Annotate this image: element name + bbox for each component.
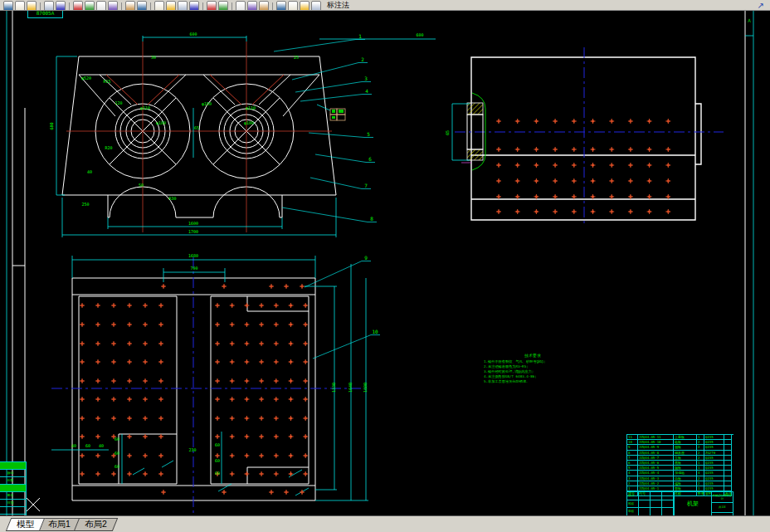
front-dimensions [56, 36, 436, 237]
revision-cell: 标记 [0, 470, 26, 477]
zoom-window-icon[interactable] [178, 1, 188, 11]
dimension-text: 40 [99, 443, 104, 448]
revision-cell [0, 507, 26, 515]
dimension-text: 65 [194, 125, 199, 130]
dimension-text: 250 [81, 202, 89, 207]
zoom-previous-icon[interactable] [189, 1, 199, 11]
side-view: 65 [445, 47, 724, 226]
dimension-text: 60 [115, 451, 119, 456]
dimension-text: 3 [364, 76, 368, 81]
dimension-text: 120 [115, 100, 122, 105]
dimension-text: 2 [361, 56, 364, 62]
toolbar-separator [150, 2, 151, 11]
design-center-icon[interactable] [236, 1, 246, 11]
revision-cell [0, 485, 26, 492]
detail-symbol [330, 109, 345, 120]
copy-icon[interactable] [85, 1, 95, 11]
technical-requirements: 技术要求 1.铸件不得有裂纹、气孔、砂眼等缺陷;2.未注明铸造圆角为R3~R5;… [484, 353, 582, 384]
dimension-text: φ150 [202, 101, 212, 107]
dimension-text: φ180 [244, 120, 254, 126]
dimension-text: 30 [151, 55, 156, 60]
parts-list-table: 11JZQ44.05-11上盖板1Q23510JZQ44.05-10筋板2Q23… [626, 434, 733, 496]
dimension-text: 680 [49, 122, 54, 129]
dimension-text: 40 [87, 169, 92, 174]
revision-cell: 处数 [0, 477, 26, 485]
toolbar-separator [40, 2, 41, 11]
dimension-text: 1680 [363, 383, 368, 393]
cut-icon[interactable] [73, 1, 83, 11]
balloon-callouts: 910 [305, 255, 380, 359]
open-file-icon[interactable] [15, 1, 25, 11]
sheet-info: 共1张 [712, 503, 733, 514]
organization: 机械设计课程设计 [712, 492, 733, 503]
dimension-text: 60 [115, 464, 119, 469]
dimension-text: 600 [189, 32, 197, 37]
revision-cell: 日期 [0, 500, 26, 507]
dimension-text: 1600 [188, 221, 198, 226]
distance-icon[interactable] [207, 1, 217, 11]
balloon-callouts: 12345678 [274, 33, 377, 222]
toolbar: 标注法 ↗ [0, 0, 770, 11]
render-icon[interactable] [276, 1, 286, 11]
part-name: 机架 [675, 492, 711, 515]
properties-icon[interactable] [218, 1, 228, 11]
dimension-text: R20 [105, 145, 112, 150]
revision-cell: 签名 [0, 492, 26, 500]
dimension-text: φ110 [140, 105, 150, 111]
tab-layout2[interactable]: 布局2 [74, 518, 118, 531]
dimension-text: 10 [372, 329, 378, 334]
dimension-text: 1640 [348, 383, 353, 393]
dimension-text: φ180 [156, 120, 166, 126]
dimension-text: 5 [367, 131, 370, 137]
layout-tab-bar: 模型布局1布局2 [0, 515, 770, 532]
point-markers-plan [80, 284, 308, 495]
zoom-realtime-icon[interactable] [166, 1, 176, 11]
orbit-icon[interactable] [288, 1, 298, 11]
match-properties-icon[interactable] [108, 1, 118, 11]
dimension-text: 230 [188, 447, 196, 452]
zone-letter: A [748, 17, 751, 23]
revision-cell [0, 462, 26, 470]
toolbar-separator [121, 2, 122, 11]
dimension-text: 1680 [188, 253, 198, 258]
print-icon[interactable] [44, 1, 54, 11]
new-file-icon[interactable] [3, 1, 13, 11]
dimension-text: 40 [71, 443, 76, 448]
cad-application-window: 标注法 ↗ A [0, 0, 770, 532]
resize-arrow-icon[interactable]: ↗ [758, 2, 764, 10]
plan-view: 1680700406040606060230606060133016401680… [51, 253, 380, 513]
tab-model[interactable]: 模型 [6, 518, 45, 531]
toolbar-icons [2, 1, 322, 10]
dimension-text: 1700 [188, 229, 198, 234]
dimension-text: 60 [85, 443, 90, 448]
toolbar-separator [272, 2, 273, 11]
named-views-icon[interactable] [300, 1, 309, 11]
dimension-text: 8 [370, 216, 373, 222]
redo-icon[interactable] [137, 1, 147, 11]
dimension-style-label[interactable]: 标注法 [327, 1, 349, 10]
save-file-icon[interactable] [27, 1, 37, 11]
dimension-text: 60 [215, 458, 220, 463]
dimension-text: 50 [139, 183, 144, 188]
tech-req-title: 技术要求 [484, 353, 582, 358]
front-view: 6006003025φ520R15120φ110φ150φ110φ180φ180… [49, 32, 436, 237]
print-preview-icon[interactable] [56, 1, 66, 11]
toolbar-separator [231, 2, 232, 11]
undo-icon[interactable] [125, 1, 135, 11]
dimension-text: 60 [215, 471, 220, 476]
dimension-text: 1330 [331, 383, 336, 393]
pan-icon[interactable] [154, 1, 164, 11]
paste-icon[interactable] [96, 1, 106, 11]
plan-dimensions [51, 256, 368, 500]
table-icon[interactable] [259, 1, 269, 11]
flange-hatch-top [467, 103, 483, 115]
layers-icon[interactable] [311, 1, 321, 11]
dimension-text: 9 [364, 255, 368, 261]
dimension-text: 65 [445, 130, 450, 135]
dimension-text: 4 [365, 88, 368, 94]
tech-req-line: 5.非加工表面涂灰色防锈漆。 [484, 379, 582, 384]
dimension-text: φ520 [81, 76, 91, 81]
sheet-set-icon[interactable] [247, 1, 257, 11]
dimension-text: 60 [115, 437, 119, 442]
dimension-text: 7 [364, 183, 368, 188]
